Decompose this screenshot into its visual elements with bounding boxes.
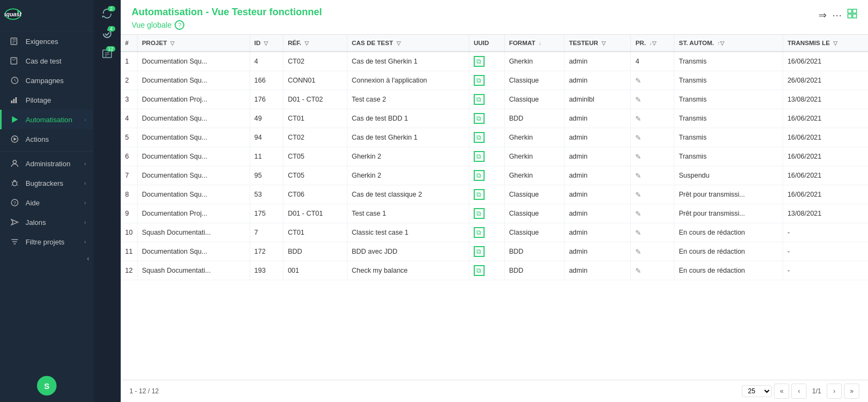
sidebar-item-administration[interactable]: Administration › xyxy=(0,154,94,173)
cell-ref: D01 - CT01 xyxy=(283,204,348,223)
edit-icon[interactable]: ✎ xyxy=(635,96,641,104)
sidebar-nav: Exigences Cas de test Campagnes Pilotage xyxy=(0,32,94,369)
sidebar-item-campagnes[interactable]: Campagnes xyxy=(0,71,94,90)
data-table-wrapper: # PROJET ▽ ID ▽ RÉF. ▽ CAS DE TEST ▽ UUI… xyxy=(121,35,868,380)
table-row: 11 Documentation Squ... 172 BDD BDD avec… xyxy=(121,242,868,261)
copy-icon[interactable]: ⧉ xyxy=(474,208,485,219)
edit-icon[interactable]: ✎ xyxy=(635,77,641,85)
edit-icon[interactable]: ✎ xyxy=(635,134,641,142)
table-row: 8 Documentation Squ... 53 CT06 Cas de te… xyxy=(121,185,868,204)
cell-id: 166 xyxy=(250,71,283,90)
sidebar-item-actions[interactable]: Actions xyxy=(0,129,94,149)
mini-sync-icon[interactable]: 2 xyxy=(101,8,113,21)
cell-st-autom: Transmis xyxy=(674,147,783,166)
copy-icon[interactable]: ⧉ xyxy=(474,94,485,105)
copy-icon[interactable]: ⧉ xyxy=(474,132,485,143)
cell-id: 7 xyxy=(250,223,283,242)
copy-icon[interactable]: ⧉ xyxy=(474,189,485,200)
cell-format: Gherkin xyxy=(504,52,564,71)
copy-icon[interactable]: ⧉ xyxy=(474,151,485,162)
edit-icon[interactable]: ✎ xyxy=(635,172,641,180)
sidebar-item-bugtrackers-label: Bugtrackers xyxy=(26,179,84,187)
prev-page-button[interactable]: ‹ xyxy=(791,384,807,399)
copy-icon[interactable]: ⧉ xyxy=(474,265,485,276)
sidebar-item-aide[interactable]: ? Aide › xyxy=(0,193,94,212)
col-cas-de-test[interactable]: CAS DE TEST ▽ xyxy=(347,35,469,52)
sidebar-item-exigences[interactable]: Exigences xyxy=(0,32,94,51)
edit-icon[interactable]: ✎ xyxy=(635,191,641,199)
next-page-button[interactable]: › xyxy=(827,384,842,399)
cell-uuid: ⧉ xyxy=(469,242,504,261)
table-body: 1 Documentation Squ... 4 CT02 Cas de tes… xyxy=(121,52,868,280)
more-options-icon[interactable]: ⋯ xyxy=(832,9,842,21)
sidebar-item-filtre-projets[interactable]: Filtre projets › xyxy=(0,232,94,252)
edit-icon[interactable]: ✎ xyxy=(635,248,641,256)
cell-uuid: ⧉ xyxy=(469,223,504,242)
sidebar-item-campagnes-label: Campagnes xyxy=(26,77,86,85)
sidebar-logo[interactable]: squash xyxy=(0,0,94,32)
data-table: # PROJET ▽ ID ▽ RÉF. ▽ CAS DE TEST ▽ UUI… xyxy=(121,35,868,280)
svg-rect-11 xyxy=(15,97,17,103)
svg-rect-31 xyxy=(853,9,857,13)
cell-uuid: ⧉ xyxy=(469,52,504,71)
copy-icon[interactable]: ⧉ xyxy=(474,75,485,86)
cell-id: 193 xyxy=(250,261,283,280)
page-size-select[interactable]: 25 50 100 xyxy=(742,385,772,397)
cell-uuid: ⧉ xyxy=(469,166,504,185)
cell-ref: CT06 xyxy=(283,185,348,204)
sidebar-item-bugtrackers[interactable]: Bugtrackers › xyxy=(0,173,94,193)
col-format[interactable]: FORMAT ↓ xyxy=(504,35,564,52)
table-row: 4 Documentation Squ... 49 CT01 Cas de te… xyxy=(121,109,868,128)
mini-check-icon[interactable]: 4 xyxy=(101,28,113,41)
pagination-controls: 25 50 100 « ‹ 1/1 › » xyxy=(742,384,859,399)
first-page-button[interactable]: « xyxy=(774,384,789,399)
sidebar-item-jalons[interactable]: Jalons › xyxy=(0,212,94,232)
cell-cas: Cas de test Gherkin 1 xyxy=(347,52,469,71)
cell-testeur: admin xyxy=(565,185,631,204)
cell-ref: CONN01 xyxy=(283,71,348,90)
cell-testeur: admin xyxy=(565,242,631,261)
col-id[interactable]: ID ▽ xyxy=(250,35,283,52)
col-ref[interactable]: RÉF. ▽ xyxy=(283,35,348,52)
sidebar-item-automatisation[interactable]: Automatisation › xyxy=(0,110,94,129)
grid-icon[interactable] xyxy=(847,9,857,21)
edit-icon[interactable]: ✎ xyxy=(635,229,641,237)
main-header: Automatisation - Vue Testeur fonctionnel… xyxy=(121,0,868,35)
svg-rect-9 xyxy=(11,100,13,103)
cell-st-autom: Transmis xyxy=(674,109,783,128)
edit-icon[interactable]: ✎ xyxy=(635,153,641,161)
col-transmis-le[interactable]: TRANSMIS LE ▽ xyxy=(783,35,868,52)
copy-icon[interactable]: ⧉ xyxy=(474,56,485,67)
edit-icon[interactable]: ✎ xyxy=(635,267,641,275)
col-projet[interactable]: PROJET ▽ xyxy=(137,35,250,52)
cell-id: 94 xyxy=(250,128,283,147)
user-avatar[interactable]: S xyxy=(37,376,57,395)
edit-icon[interactable]: ✎ xyxy=(635,115,641,123)
jalons-icon xyxy=(9,218,20,227)
col-pr[interactable]: PR. ↓▽ xyxy=(631,35,674,52)
cell-testeur: adminlbl xyxy=(565,90,631,109)
mini-list-icon[interactable]: 12 xyxy=(101,48,113,61)
col-testeur[interactable]: TESTEUR ▽ xyxy=(565,35,631,52)
copy-icon[interactable]: ⧉ xyxy=(474,170,485,181)
cell-num: 1 xyxy=(121,52,137,71)
copy-icon[interactable]: ⧉ xyxy=(474,227,485,238)
cell-testeur: admin xyxy=(565,52,631,71)
col-st-autom[interactable]: ST. AUTOM. ↑▽ xyxy=(674,35,783,52)
sidebar-item-pilotage[interactable]: Pilotage xyxy=(0,90,94,110)
copy-icon[interactable]: ⧉ xyxy=(474,246,485,257)
edit-icon[interactable]: ✎ xyxy=(635,210,641,218)
sidebar-collapse-button[interactable]: ‹ xyxy=(0,252,94,266)
format-sort-icon: ↓ xyxy=(538,40,541,46)
testeur-sort-icon: ▽ xyxy=(602,40,606,46)
cell-projet: Documentation Squ... xyxy=(137,147,250,166)
last-page-button[interactable]: » xyxy=(844,384,859,399)
help-icon[interactable]: ? xyxy=(175,20,184,30)
cell-st-autom: Prêt pour transmissi... xyxy=(674,185,783,204)
export-icon[interactable]: ⇒ xyxy=(819,9,827,21)
table-row: 7 Documentation Squ... 95 CT05 Gherkin 2… xyxy=(121,166,868,185)
copy-icon[interactable]: ⧉ xyxy=(474,113,485,124)
cell-uuid: ⧉ xyxy=(469,204,504,223)
sidebar-item-cas-de-test[interactable]: Cas de test xyxy=(0,51,94,71)
cell-id: 176 xyxy=(250,90,283,109)
